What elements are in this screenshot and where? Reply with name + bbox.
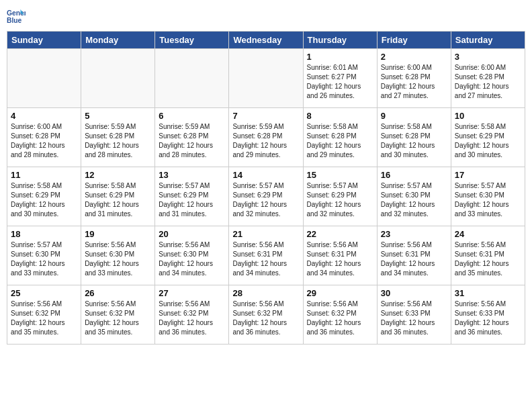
day-info: Sunrise: 5:59 AM Sunset: 6:28 PM Dayligh… bbox=[159, 122, 225, 160]
svg-text:Blue: Blue bbox=[7, 17, 22, 24]
day-info: Sunrise: 5:57 AM Sunset: 6:30 PM Dayligh… bbox=[381, 181, 447, 219]
calendar-cell bbox=[81, 49, 155, 108]
day-number: 22 bbox=[307, 229, 373, 239]
day-info: Sunrise: 5:56 AM Sunset: 6:30 PM Dayligh… bbox=[85, 240, 151, 278]
calendar-cell: 25Sunrise: 5:56 AM Sunset: 6:32 PM Dayli… bbox=[7, 285, 81, 345]
day-number: 30 bbox=[381, 288, 447, 298]
column-header-tuesday: Tuesday bbox=[155, 32, 229, 49]
column-header-friday: Friday bbox=[377, 32, 451, 49]
day-number: 15 bbox=[307, 170, 373, 180]
day-number: 16 bbox=[381, 170, 447, 180]
day-number: 25 bbox=[11, 288, 77, 298]
calendar-cell: 9Sunrise: 5:58 AM Sunset: 6:28 PM Daylig… bbox=[377, 108, 451, 167]
day-info: Sunrise: 5:57 AM Sunset: 6:29 PM Dayligh… bbox=[159, 181, 225, 219]
day-info: Sunrise: 5:58 AM Sunset: 6:29 PM Dayligh… bbox=[85, 181, 151, 219]
day-info: Sunrise: 6:00 AM Sunset: 6:28 PM Dayligh… bbox=[11, 122, 77, 160]
day-number: 2 bbox=[381, 52, 447, 62]
day-info: Sunrise: 5:57 AM Sunset: 6:30 PM Dayligh… bbox=[11, 240, 77, 278]
logo: General Blue bbox=[7, 7, 26, 26]
day-number: 28 bbox=[232, 288, 299, 298]
column-header-wednesday: Wednesday bbox=[229, 32, 303, 49]
calendar-cell: 30Sunrise: 5:56 AM Sunset: 6:33 PM Dayli… bbox=[377, 285, 451, 345]
calendar-cell bbox=[155, 49, 229, 108]
day-number: 18 bbox=[11, 229, 77, 239]
day-number: 7 bbox=[232, 111, 299, 121]
calendar-cell: 18Sunrise: 5:57 AM Sunset: 6:30 PM Dayli… bbox=[7, 226, 81, 285]
calendar-cell: 17Sunrise: 5:57 AM Sunset: 6:30 PM Dayli… bbox=[451, 167, 525, 226]
day-number: 26 bbox=[85, 288, 151, 298]
day-info: Sunrise: 5:58 AM Sunset: 6:28 PM Dayligh… bbox=[381, 122, 447, 160]
day-info: Sunrise: 5:56 AM Sunset: 6:33 PM Dayligh… bbox=[455, 300, 521, 337]
calendar-cell: 26Sunrise: 5:56 AM Sunset: 6:32 PM Dayli… bbox=[81, 285, 155, 345]
day-number: 8 bbox=[307, 111, 373, 121]
page-header: General Blue bbox=[7, 7, 525, 26]
calendar-cell: 28Sunrise: 5:56 AM Sunset: 6:32 PM Dayli… bbox=[229, 285, 303, 345]
day-number: 29 bbox=[307, 288, 373, 298]
day-number: 5 bbox=[85, 111, 151, 121]
day-info: Sunrise: 6:00 AM Sunset: 6:28 PM Dayligh… bbox=[381, 63, 447, 101]
column-header-thursday: Thursday bbox=[303, 32, 377, 49]
day-info: Sunrise: 5:59 AM Sunset: 6:28 PM Dayligh… bbox=[232, 122, 299, 160]
day-number: 13 bbox=[159, 170, 225, 180]
calendar-cell: 13Sunrise: 5:57 AM Sunset: 6:29 PM Dayli… bbox=[155, 167, 229, 226]
day-number: 12 bbox=[85, 170, 151, 180]
day-info: Sunrise: 5:56 AM Sunset: 6:30 PM Dayligh… bbox=[159, 240, 225, 278]
day-info: Sunrise: 6:01 AM Sunset: 6:27 PM Dayligh… bbox=[307, 63, 373, 101]
calendar-cell: 5Sunrise: 5:59 AM Sunset: 6:28 PM Daylig… bbox=[81, 108, 155, 167]
day-info: Sunrise: 5:56 AM Sunset: 6:32 PM Dayligh… bbox=[85, 300, 151, 337]
day-info: Sunrise: 5:58 AM Sunset: 6:29 PM Dayligh… bbox=[11, 181, 77, 219]
calendar-cell: 10Sunrise: 5:58 AM Sunset: 6:29 PM Dayli… bbox=[451, 108, 525, 167]
day-number: 17 bbox=[455, 170, 521, 180]
calendar-cell: 2Sunrise: 6:00 AM Sunset: 6:28 PM Daylig… bbox=[377, 49, 451, 108]
day-info: Sunrise: 5:56 AM Sunset: 6:32 PM Dayligh… bbox=[232, 300, 299, 337]
column-header-monday: Monday bbox=[81, 32, 155, 49]
day-info: Sunrise: 5:57 AM Sunset: 6:30 PM Dayligh… bbox=[455, 181, 521, 219]
calendar-cell: 8Sunrise: 5:58 AM Sunset: 6:28 PM Daylig… bbox=[303, 108, 377, 167]
day-number: 4 bbox=[11, 111, 77, 121]
calendar-cell: 24Sunrise: 5:56 AM Sunset: 6:31 PM Dayli… bbox=[451, 226, 525, 285]
day-info: Sunrise: 5:56 AM Sunset: 6:31 PM Dayligh… bbox=[307, 240, 373, 278]
calendar-cell: 23Sunrise: 5:56 AM Sunset: 6:31 PM Dayli… bbox=[377, 226, 451, 285]
calendar-cell: 12Sunrise: 5:58 AM Sunset: 6:29 PM Dayli… bbox=[81, 167, 155, 226]
calendar-cell: 14Sunrise: 5:57 AM Sunset: 6:29 PM Dayli… bbox=[229, 167, 303, 226]
day-number: 23 bbox=[381, 229, 447, 239]
logo-icon: General Blue bbox=[7, 7, 26, 26]
day-info: Sunrise: 5:56 AM Sunset: 6:32 PM Dayligh… bbox=[307, 300, 373, 337]
day-info: Sunrise: 5:59 AM Sunset: 6:28 PM Dayligh… bbox=[85, 122, 151, 160]
day-info: Sunrise: 5:57 AM Sunset: 6:29 PM Dayligh… bbox=[307, 181, 373, 219]
calendar-cell: 31Sunrise: 5:56 AM Sunset: 6:33 PM Dayli… bbox=[451, 285, 525, 345]
day-info: Sunrise: 5:56 AM Sunset: 6:31 PM Dayligh… bbox=[232, 240, 299, 278]
day-info: Sunrise: 5:57 AM Sunset: 6:29 PM Dayligh… bbox=[232, 181, 299, 219]
day-number: 6 bbox=[159, 111, 225, 121]
day-info: Sunrise: 5:56 AM Sunset: 6:31 PM Dayligh… bbox=[381, 240, 447, 278]
calendar-cell: 1Sunrise: 6:01 AM Sunset: 6:27 PM Daylig… bbox=[303, 49, 377, 108]
day-number: 31 bbox=[455, 288, 521, 298]
calendar-cell: 7Sunrise: 5:59 AM Sunset: 6:28 PM Daylig… bbox=[229, 108, 303, 167]
day-number: 19 bbox=[85, 229, 151, 239]
day-number: 27 bbox=[159, 288, 225, 298]
calendar-cell bbox=[229, 49, 303, 108]
day-info: Sunrise: 5:56 AM Sunset: 6:33 PM Dayligh… bbox=[381, 300, 447, 337]
calendar-cell: 15Sunrise: 5:57 AM Sunset: 6:29 PM Dayli… bbox=[303, 167, 377, 226]
day-number: 14 bbox=[232, 170, 299, 180]
day-number: 21 bbox=[232, 229, 299, 239]
day-info: Sunrise: 6:00 AM Sunset: 6:28 PM Dayligh… bbox=[455, 63, 521, 101]
calendar-cell: 16Sunrise: 5:57 AM Sunset: 6:30 PM Dayli… bbox=[377, 167, 451, 226]
calendar-cell: 19Sunrise: 5:56 AM Sunset: 6:30 PM Dayli… bbox=[81, 226, 155, 285]
calendar-cell bbox=[7, 49, 81, 108]
calendar-cell: 4Sunrise: 6:00 AM Sunset: 6:28 PM Daylig… bbox=[7, 108, 81, 167]
calendar-cell: 22Sunrise: 5:56 AM Sunset: 6:31 PM Dayli… bbox=[303, 226, 377, 285]
day-info: Sunrise: 5:56 AM Sunset: 6:32 PM Dayligh… bbox=[159, 300, 225, 337]
calendar-cell: 6Sunrise: 5:59 AM Sunset: 6:28 PM Daylig… bbox=[155, 108, 229, 167]
calendar-cell: 27Sunrise: 5:56 AM Sunset: 6:32 PM Dayli… bbox=[155, 285, 229, 345]
day-number: 3 bbox=[455, 52, 521, 62]
day-number: 24 bbox=[455, 229, 521, 239]
calendar-cell: 11Sunrise: 5:58 AM Sunset: 6:29 PM Dayli… bbox=[7, 167, 81, 226]
day-number: 9 bbox=[381, 111, 447, 121]
day-info: Sunrise: 5:58 AM Sunset: 6:29 PM Dayligh… bbox=[455, 122, 521, 160]
calendar-cell: 3Sunrise: 6:00 AM Sunset: 6:28 PM Daylig… bbox=[451, 49, 525, 108]
day-number: 20 bbox=[159, 229, 225, 239]
day-number: 1 bbox=[307, 52, 373, 62]
day-number: 11 bbox=[11, 170, 77, 180]
calendar-table: SundayMondayTuesdayWednesdayThursdayFrid… bbox=[7, 31, 525, 345]
